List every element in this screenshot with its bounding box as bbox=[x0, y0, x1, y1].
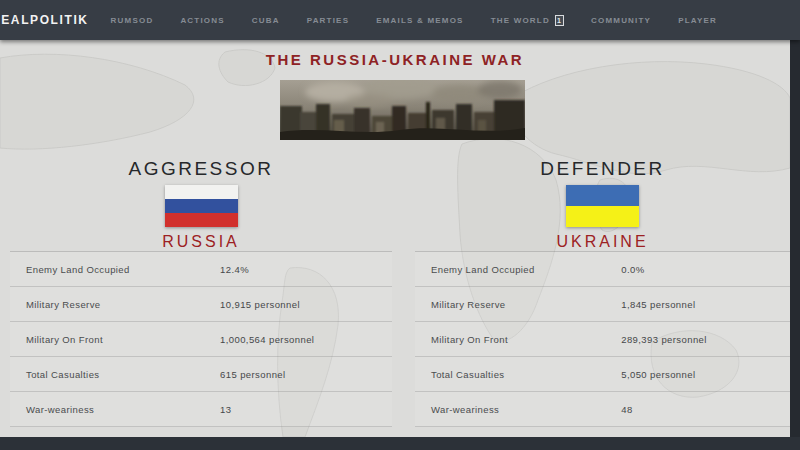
aggressor-role-label: AGGRESSOR bbox=[10, 158, 392, 180]
table-row: Enemy Land Occupied 12.4% bbox=[10, 252, 392, 287]
aggressor-header: AGGRESSOR RUSSIA bbox=[10, 158, 392, 251]
world-map-background: THE RUSSIA-UKRAINE WAR bbox=[0, 40, 790, 437]
war-destruction-photo bbox=[280, 80, 525, 140]
nav-item-emails-memos[interactable]: EMAILS & MEMOS bbox=[376, 16, 463, 25]
nav-item-actions[interactable]: ACTIONS bbox=[180, 16, 224, 25]
right-edge-strip bbox=[790, 40, 800, 450]
table-row: Total Casualties 5,050 personnel bbox=[415, 357, 790, 392]
nav-item-community[interactable]: COMMUNITY bbox=[591, 16, 651, 25]
table-row: Military On Front 1,000,564 personnel bbox=[10, 322, 392, 357]
table-row: Military On Front 289,393 personnel bbox=[415, 322, 790, 357]
nav-item-player[interactable]: PLAYER bbox=[678, 16, 717, 25]
defender-header: DEFENDER UKRAINE bbox=[415, 158, 790, 251]
table-row: Total Casualties 615 personnel bbox=[10, 357, 392, 392]
ukraine-flag bbox=[566, 185, 639, 227]
table-row: Enemy Land Occupied 0.0% bbox=[415, 252, 790, 287]
table-row: War-weariness 13 bbox=[10, 392, 392, 427]
russia-flag bbox=[165, 185, 238, 227]
defender-stats-table: Enemy Land Occupied 0.0% Military Reserv… bbox=[415, 251, 790, 427]
nav-item-parties[interactable]: PARTIES bbox=[307, 16, 349, 25]
table-row: Military Reserve 10,915 personnel bbox=[10, 287, 392, 322]
table-row: War-weariness 48 bbox=[415, 392, 790, 427]
nav-item-cuba[interactable]: CUBA bbox=[252, 16, 280, 25]
nav-item-rumsod[interactable]: RUMSOD bbox=[111, 16, 154, 25]
brand-logo[interactable]: REALPOLITIK bbox=[0, 13, 89, 27]
defender-role-label: DEFENDER bbox=[415, 158, 790, 180]
war-title: THE RUSSIA-UKRAINE WAR bbox=[0, 51, 790, 68]
defender-country-name: UKRAINE bbox=[415, 233, 790, 251]
world-notification-badge: 1 bbox=[555, 15, 564, 26]
table-row: Military Reserve 1,845 personnel bbox=[415, 287, 790, 322]
footer-strip bbox=[0, 437, 800, 450]
aggressor-country-name: RUSSIA bbox=[10, 233, 392, 251]
aggressor-stats-table: Enemy Land Occupied 12.4% Military Reser… bbox=[10, 251, 392, 427]
top-navbar: REALPOLITIK RUMSOD ACTIONS CUBA PARTIES … bbox=[0, 0, 800, 40]
nav-item-the-world[interactable]: THE WORLD 1 bbox=[491, 15, 564, 26]
nav-menu: RUMSOD ACTIONS CUBA PARTIES EMAILS & MEM… bbox=[111, 15, 744, 26]
